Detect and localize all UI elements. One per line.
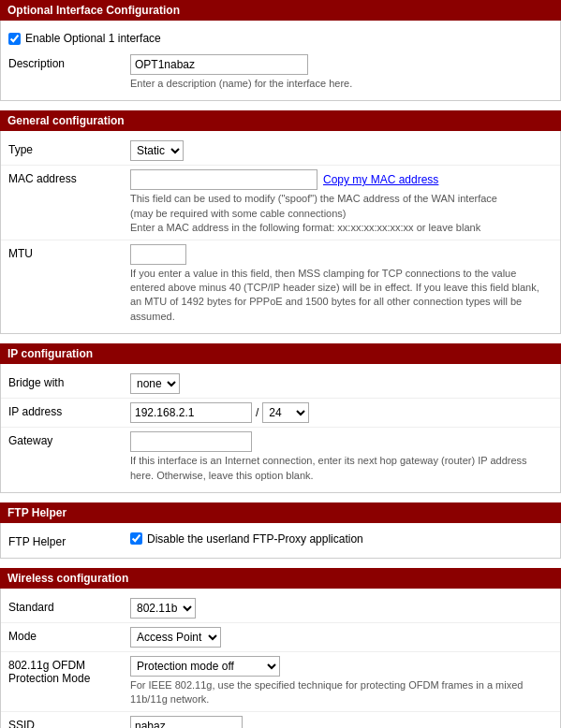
mode-select[interactable]: Access Point Infrastructure (130, 627, 221, 648)
description-hint: Enter a description (name) for the inter… (130, 77, 553, 91)
ftp-helper-label: FTP Helper (8, 532, 130, 548)
ftp-helper-row: FTP Helper Disable the userland FTP-Prox… (1, 529, 560, 552)
description-row: Description Enter a description (name) f… (1, 51, 560, 95)
mtu-hint: If you enter a value in this field, then… (130, 267, 553, 325)
general-config-content: Type Static MAC address Copy my MAC addr… (0, 131, 561, 334)
ip-address-content: / 24 (130, 402, 553, 423)
protection-mode-hint: For IEEE 802.11g, use the specified tech… (130, 678, 553, 707)
ip-address-row: IP address / 24 (1, 399, 560, 428)
gateway-row: Gateway If this interface is an Internet… (1, 428, 560, 487)
cidr-select[interactable]: 24 (262, 402, 309, 423)
ftp-helper-checkbox-label: Disable the userland FTP-Proxy applicati… (147, 532, 363, 546)
mtu-content: If you enter a value in this field, then… (130, 244, 553, 325)
protection-mode-row: 802.11g OFDM Protection Mode Protection … (1, 652, 560, 712)
type-row: Type Static (1, 137, 560, 166)
optional-interface-content: Enable Optional 1 interface Description … (0, 21, 561, 101)
mac-address-content: Copy my MAC address This field can be us… (130, 169, 553, 235)
ip-address-label: IP address (8, 402, 130, 418)
ftp-helper-content-area: Disable the userland FTP-Proxy applicati… (130, 532, 553, 546)
wireless-config-header: Wireless configuration (0, 568, 561, 589)
ssid-input[interactable] (130, 716, 243, 728)
mtu-row: MTU If you enter a value in this field, … (1, 240, 560, 328)
type-label: Type (8, 140, 130, 156)
mode-label: Mode (8, 627, 130, 643)
description-content: Enter a description (name) for the inter… (130, 54, 553, 91)
standard-row: Standard 802.11b 802.11g 802.11n (1, 594, 560, 623)
ip-config-header: IP configuration (0, 343, 561, 364)
ssid-label: SSID (8, 716, 130, 728)
gateway-input[interactable] (130, 431, 252, 452)
standard-select[interactable]: 802.11b 802.11g 802.11n (130, 598, 196, 619)
ftp-checkbox-wrapper: Disable the userland FTP-Proxy applicati… (130, 532, 553, 546)
wireless-config-section: Wireless configuration Standard 802.11b … (0, 568, 561, 728)
wireless-config-content: Standard 802.11b 802.11g 802.11n Mode Ac… (0, 589, 561, 728)
gateway-hint: If this interface is an Internet connect… (130, 454, 553, 483)
copy-mac-link[interactable]: Copy my MAC address (323, 173, 438, 186)
ip-inputs-wrapper: / 24 (130, 402, 553, 423)
standard-label: Standard (8, 598, 130, 614)
enable-optional-label: Enable Optional 1 interface (25, 32, 161, 45)
type-select[interactable]: Static (130, 140, 184, 161)
ftp-helper-content: FTP Helper Disable the userland FTP-Prox… (0, 523, 561, 559)
mode-content: Access Point Infrastructure (130, 627, 553, 648)
mac-address-hint: This field can be used to modify ("spoof… (130, 192, 553, 235)
mac-address-input[interactable] (130, 169, 317, 190)
mtu-label: MTU (8, 244, 130, 260)
protection-mode-content: Protection mode off CTS to self RTS and … (130, 656, 553, 707)
ssid-row: SSID (1, 712, 560, 728)
mac-inputs-wrapper: Copy my MAC address (130, 169, 553, 190)
gateway-label: Gateway (8, 431, 130, 447)
standard-content: 802.11b 802.11g 802.11n (130, 598, 553, 619)
type-content: Static (130, 140, 553, 161)
ssid-content (130, 716, 553, 728)
gateway-content: If this interface is an Internet connect… (130, 431, 553, 483)
mac-address-label: MAC address (8, 169, 130, 185)
ip-address-input[interactable] (130, 402, 252, 423)
bridge-with-content: none (130, 373, 553, 394)
general-config-section: General configuration Type Static MAC ad… (0, 110, 561, 334)
bridge-with-row: Bridge with none (1, 370, 560, 399)
ip-config-section: IP configuration Bridge with none IP add… (0, 343, 561, 493)
protection-mode-select[interactable]: Protection mode off CTS to self RTS and … (130, 656, 280, 677)
ftp-helper-section: FTP Helper FTP Helper Disable the userla… (0, 502, 561, 559)
protection-mode-label: 802.11g OFDM Protection Mode (8, 656, 130, 685)
mac-address-row: MAC address Copy my MAC address This fie… (1, 166, 560, 240)
cidr-separator: / (256, 406, 258, 419)
mode-row: Mode Access Point Infrastructure (1, 623, 560, 652)
bridge-with-select[interactable]: none (130, 373, 180, 394)
mtu-input[interactable] (130, 244, 186, 265)
enable-optional-row: Enable Optional 1 interface (1, 26, 560, 51)
bridge-with-label: Bridge with (8, 373, 130, 389)
description-input[interactable] (130, 54, 308, 75)
general-config-header: General configuration (0, 110, 561, 131)
enable-optional-checkbox[interactable] (8, 33, 21, 45)
description-label: Description (8, 54, 130, 70)
optional-interface-section: Optional Interface Configuration Enable … (0, 0, 561, 101)
optional-interface-header: Optional Interface Configuration (0, 0, 561, 21)
ftp-helper-header: FTP Helper (0, 502, 561, 523)
ftp-helper-checkbox[interactable] (130, 532, 142, 545)
ip-config-content: Bridge with none IP address / 24 Gatewa (0, 364, 561, 493)
